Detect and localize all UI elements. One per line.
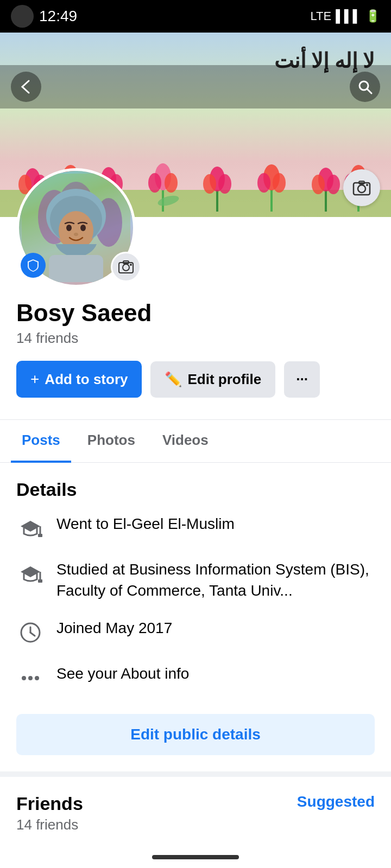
svg-point-67 — [35, 676, 39, 680]
tab-posts[interactable]: Posts — [11, 420, 71, 463]
detail-education-2: Studied at Business Information System (… — [16, 559, 375, 601]
plus-icon: + — [30, 371, 39, 388]
joined-date-text: Joined May 2017 — [56, 617, 375, 639]
svg-point-21 — [203, 174, 216, 194]
svg-point-53 — [74, 233, 78, 236]
detail-about[interactable]: See your About info — [16, 663, 375, 692]
status-icons: LTE ▌▌▌ 🔋 — [311, 9, 380, 23]
tab-photos[interactable]: Photos — [77, 420, 146, 463]
avatar-shield-badge — [21, 253, 46, 278]
lte-icon: LTE — [311, 9, 332, 23]
detail-joined: Joined May 2017 — [16, 617, 375, 647]
education-icon — [16, 514, 45, 542]
more-dots-icon — [16, 664, 45, 692]
friends-header: Friends 14 friends Suggested — [16, 793, 375, 833]
svg-point-26 — [273, 173, 286, 193]
friends-title: Friends — [16, 793, 83, 814]
svg-line-64 — [30, 633, 35, 636]
search-button[interactable] — [350, 72, 380, 102]
status-time: 12:49 — [39, 8, 77, 25]
svg-point-41 — [366, 184, 368, 186]
more-options-button[interactable]: ··· — [284, 361, 320, 398]
friends-count-label: 14 friends — [16, 330, 375, 347]
user-name: Bosy Saeed — [16, 299, 375, 327]
add-to-story-button[interactable]: + Add to story — [16, 361, 142, 398]
about-info-text: See your About info — [56, 663, 375, 684]
svg-rect-59 — [38, 534, 42, 537]
avatar-wrapper — [16, 168, 136, 288]
back-button[interactable] — [11, 72, 41, 102]
navigation-bar — [0, 65, 391, 108]
clock-icon — [16, 618, 45, 647]
status-avatar — [11, 5, 34, 28]
detail-education-1: Went to El-Geel El-Muslim — [16, 513, 375, 542]
svg-point-66 — [28, 676, 33, 680]
svg-point-50 — [66, 225, 72, 231]
svg-point-25 — [257, 173, 270, 193]
svg-point-39 — [358, 185, 365, 193]
svg-line-1 — [367, 89, 371, 93]
action-buttons: + Add to story ✏️ Edit profile ··· — [16, 361, 375, 398]
svg-point-57 — [130, 264, 132, 266]
svg-point-30 — [327, 175, 340, 194]
cover-camera-button[interactable] — [343, 169, 380, 206]
svg-point-55 — [123, 264, 129, 271]
svg-rect-61 — [38, 579, 42, 583]
status-bar: 12:49 LTE ▌▌▌ 🔋 — [0, 0, 391, 33]
details-title: Details — [16, 479, 375, 500]
edit-profile-button[interactable]: ✏️ Edit profile — [150, 361, 275, 398]
profile-tabs: Posts Photos Videos — [0, 420, 391, 463]
bottom-indicator — [152, 855, 239, 859]
friends-count: 14 friends — [16, 816, 83, 833]
svg-point-17 — [148, 173, 161, 193]
svg-point-29 — [312, 175, 325, 194]
details-section: Details Went to El-Geel El-Muslim Studie… — [0, 463, 391, 771]
svg-point-51 — [80, 225, 86, 231]
svg-rect-52 — [49, 255, 103, 282]
edit-public-details-button[interactable]: Edit public details — [16, 714, 375, 755]
tab-videos[interactable]: Videos — [152, 420, 219, 463]
svg-point-22 — [218, 174, 231, 194]
battery-icon: 🔋 — [365, 9, 380, 23]
avatar-camera-button[interactable] — [111, 252, 141, 282]
friends-section: Friends 14 friends Suggested — [0, 777, 391, 853]
pencil-icon: ✏️ — [165, 371, 182, 388]
svg-point-65 — [22, 676, 26, 680]
section-divider — [0, 771, 391, 777]
signal-icon: ▌▌▌ — [336, 9, 361, 23]
education-1-text: Went to El-Geel El-Muslim — [56, 513, 375, 534]
education-2-text: Studied at Business Information System (… — [56, 559, 375, 601]
friends-suggested-link[interactable]: Suggested — [297, 793, 375, 810]
profile-section: Bosy Saeed 14 friends + Add to story ✏️ … — [0, 217, 391, 409]
svg-point-18 — [165, 173, 178, 193]
education-icon-2 — [16, 560, 45, 588]
